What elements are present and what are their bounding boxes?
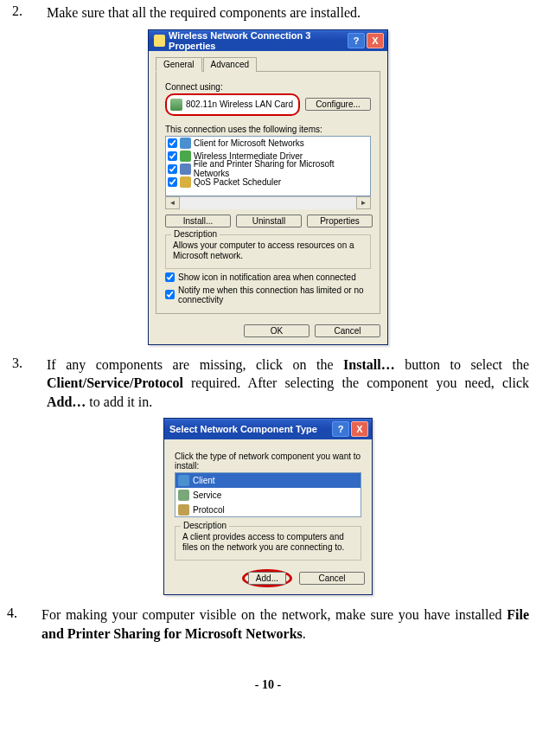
step-2-text: Make sure that all the required componen… <box>47 3 529 22</box>
prompt-label: Click the type of network component you … <box>175 452 361 471</box>
description-text: Allows your computer to access resources… <box>173 240 363 261</box>
tab-general[interactable]: General <box>156 57 202 72</box>
client-icon <box>178 475 189 486</box>
item-checkbox[interactable] <box>168 177 177 187</box>
page-number: - 10 - <box>7 678 529 692</box>
component-type-dialog: Select Network Component Type ? X Click … <box>163 418 373 595</box>
step-2: 2. Make sure that all the required compo… <box>7 3 529 22</box>
notify-label: Notify me when this connection has limit… <box>178 285 371 304</box>
properties-button[interactable]: Properties <box>307 215 373 227</box>
properties-titlebar: Wireless Network Connection 3 Properties… <box>149 30 387 51</box>
adapter-icon <box>170 99 182 111</box>
window-icon <box>154 35 165 47</box>
connection-items-list[interactable]: Client for Microsoft Networks Wireless I… <box>165 136 371 196</box>
figure-properties-dialog: Wireless Network Connection 3 Properties… <box>7 29 529 345</box>
protocol-icon <box>178 504 189 516</box>
uninstall-button[interactable]: Uninstall <box>236 215 302 227</box>
fileshare-icon <box>180 163 191 175</box>
list-item: Client for Microsoft Networks <box>166 137 370 150</box>
list-item: Protocol <box>175 503 361 517</box>
cancel-button[interactable]: Cancel <box>315 324 380 337</box>
install-button[interactable]: Install... <box>165 215 231 227</box>
horizontal-scrollbar[interactable]: ◄ ► <box>165 196 371 209</box>
tab-advanced[interactable]: Advanced <box>203 57 257 72</box>
adapter-field-highlight: 802.11n Wireless LAN Card <box>165 93 300 116</box>
dialog-footer: Add... Cancel <box>164 564 372 594</box>
tabs: General Advanced <box>156 56 380 72</box>
description-title: Description <box>171 229 220 239</box>
description-group: Description Allows your computer to acce… <box>165 234 371 269</box>
service-icon <box>178 490 189 501</box>
configure-button[interactable]: Configure... <box>305 98 371 111</box>
scroll-right-icon[interactable]: ► <box>356 196 371 209</box>
close-button[interactable]: X <box>367 33 384 48</box>
help-button[interactable]: ? <box>348 33 365 48</box>
step-2-number: 2. <box>7 3 47 22</box>
qos-icon <box>180 176 191 188</box>
item-checkbox[interactable] <box>168 151 177 161</box>
step-3-number: 3. <box>7 356 47 412</box>
client-icon <box>180 138 191 149</box>
item-checkbox[interactable] <box>168 138 177 148</box>
tab-panel-general: Connect using: 802.11n Wireless LAN Card… <box>156 71 380 314</box>
adapter-name: 802.11n Wireless LAN Card <box>186 99 293 109</box>
component-type-list[interactable]: Client Service Protocol <box>175 472 361 517</box>
step-4-text: For making your computer visible on the … <box>41 605 529 643</box>
uses-items-label: This connection uses the following items… <box>165 125 371 134</box>
ok-button[interactable]: OK <box>244 324 309 337</box>
step-3-text: If any components are missing, click on … <box>47 356 529 412</box>
description-group: Description A client provides access to … <box>175 526 361 561</box>
notify-checkbox[interactable] <box>165 290 175 299</box>
list-item: Client <box>175 473 361 488</box>
show-icon-checkbox[interactable] <box>165 272 175 282</box>
description-text: A client provides access to computers an… <box>182 532 354 553</box>
close-button[interactable]: X <box>351 421 368 437</box>
cancel-button[interactable]: Cancel <box>299 572 365 585</box>
step-3: 3. If any components are missing, click … <box>7 356 529 412</box>
add-button[interactable]: Add... <box>248 572 286 585</box>
properties-dialog: Wireless Network Connection 3 Properties… <box>148 29 388 345</box>
help-button[interactable]: ? <box>332 421 349 437</box>
scroll-left-icon[interactable]: ◄ <box>165 196 180 209</box>
step-4-number: 4. <box>7 605 41 643</box>
description-title: Description <box>181 521 229 530</box>
show-icon-label: Show icon in notification area when conn… <box>178 272 356 282</box>
add-button-highlight: Add... <box>242 569 292 587</box>
component-title: Select Network Component Type <box>169 424 317 434</box>
notify-checkbox-row: Notify me when this connection has limit… <box>165 285 371 304</box>
list-item: File and Printer Sharing for Microsoft N… <box>166 163 370 176</box>
component-titlebar: Select Network Component Type ? X <box>164 419 372 439</box>
item-checkbox[interactable] <box>168 164 177 174</box>
show-icon-checkbox-row: Show icon in notification area when conn… <box>165 272 371 282</box>
properties-title: Wireless Network Connection 3 Properties <box>169 30 348 51</box>
figure-component-type-dialog: Select Network Component Type ? X Click … <box>7 418 529 595</box>
dialog-footer: OK Cancel <box>149 319 387 344</box>
connect-using-label: Connect using: <box>165 82 371 92</box>
step-4: 4. For making your computer visible on t… <box>7 605 529 643</box>
list-item: Service <box>175 488 361 503</box>
driver-icon <box>180 151 191 162</box>
